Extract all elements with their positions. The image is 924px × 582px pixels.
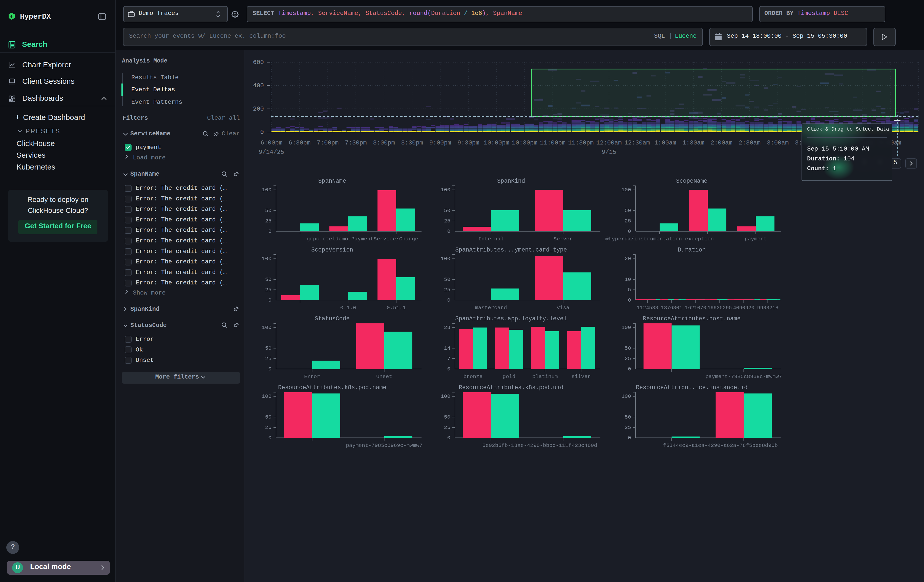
svg-text:0: 0 — [268, 297, 271, 303]
svg-text:Unset: Unset — [376, 374, 392, 379]
svg-text:Error: Error — [304, 374, 320, 379]
svg-text:100: 100 — [621, 187, 631, 193]
svg-text:2:00am: 2:00am — [710, 139, 732, 146]
svg-text:Internal: Internal — [478, 236, 504, 242]
svg-text:1:00am: 1:00am — [654, 139, 676, 146]
svg-text:Duration: Duration — [678, 247, 706, 253]
svg-text:0.1.0: 0.1.0 — [340, 305, 356, 311]
svg-text:9:30pm: 9:30pm — [457, 139, 479, 146]
svg-text:mastercard: mastercard — [475, 305, 507, 311]
svg-text:StatusCode: StatusCode — [315, 315, 350, 322]
svg-text:100: 100 — [621, 325, 631, 330]
svg-text:10: 10 — [625, 277, 631, 282]
svg-text:25: 25 — [265, 218, 271, 224]
svg-text:0: 0 — [628, 366, 631, 372]
svg-text:ScopeVersion: ScopeVersion — [311, 247, 353, 253]
svg-text:9/14/25: 9/14/25 — [259, 149, 284, 156]
svg-text:0.51.1: 0.51.1 — [387, 305, 406, 311]
svg-text:SpanName: SpanName — [318, 178, 346, 185]
svg-text:25: 25 — [444, 425, 450, 430]
svg-text:silver: silver — [572, 374, 591, 379]
svg-text:25: 25 — [625, 425, 631, 430]
svg-text:19935295: 19935295 — [708, 305, 732, 311]
svg-text:ScopeName: ScopeName — [676, 178, 708, 185]
svg-text:SpanAttributes...yment.card_ty: SpanAttributes...yment.card_type — [455, 247, 567, 253]
svg-text:12:30am: 12:30am — [624, 139, 650, 146]
svg-text:7:00pm: 7:00pm — [317, 139, 338, 146]
svg-text:7: 7 — [447, 356, 450, 362]
svg-text:14: 14 — [444, 345, 450, 351]
svg-text:50: 50 — [625, 414, 631, 420]
svg-text:11:00pm: 11:00pm — [540, 139, 566, 146]
svg-text:25: 25 — [265, 356, 271, 362]
svg-text:50: 50 — [444, 208, 450, 214]
svg-text:1376801: 1376801 — [661, 305, 682, 311]
svg-text:payment-7985c8969c-mwmw7: payment-7985c8969c-mwmw7 — [705, 374, 782, 379]
svg-text:100: 100 — [441, 256, 450, 262]
svg-text:11:30pm: 11:30pm — [568, 139, 594, 146]
svg-text:100: 100 — [262, 325, 271, 330]
svg-text:0: 0 — [447, 297, 450, 303]
svg-text:9983218: 9983218 — [757, 305, 778, 311]
svg-text:ResourceAttributes.host.name: ResourceAttributes.host.name — [643, 315, 741, 322]
svg-text:SpanKind: SpanKind — [497, 178, 525, 185]
svg-text:0: 0 — [447, 229, 450, 234]
svg-text:50: 50 — [265, 414, 271, 420]
svg-text:0: 0 — [268, 229, 271, 234]
svg-text:5: 5 — [628, 287, 631, 293]
svg-text:gold: gold — [503, 374, 515, 379]
svg-text:50: 50 — [444, 277, 450, 282]
svg-text:50: 50 — [265, 345, 271, 351]
svg-text:28: 28 — [444, 325, 450, 330]
svg-text:50: 50 — [444, 414, 450, 420]
svg-text:1:30am: 1:30am — [682, 139, 704, 146]
svg-text:25: 25 — [265, 425, 271, 430]
svg-text:platinum: platinum — [532, 374, 558, 379]
svg-text:25: 25 — [625, 356, 631, 362]
svg-text:bronze: bronze — [463, 374, 482, 379]
svg-text:visa: visa — [557, 305, 569, 311]
svg-text:0: 0 — [447, 366, 450, 372]
svg-text:7:30pm: 7:30pm — [345, 139, 366, 146]
svg-text:0: 0 — [628, 229, 631, 234]
svg-text:0: 0 — [628, 297, 631, 303]
svg-text:10:00pm: 10:00pm — [484, 139, 509, 146]
svg-text:ResourceAttributes.k8s.pod.uid: ResourceAttributes.k8s.pod.uid — [459, 384, 563, 391]
svg-text:50: 50 — [265, 277, 271, 282]
svg-text:f5344ec9-a1ea-4290-a62a-78f5be: f5344ec9-a1ea-4290-a62a-78f5bee8d90b — [663, 443, 778, 448]
svg-text:10:30pm: 10:30pm — [512, 139, 537, 146]
svg-text:12:00am: 12:00am — [596, 139, 622, 146]
svg-text:400: 400 — [253, 82, 264, 89]
svg-text:50: 50 — [625, 208, 631, 214]
svg-text:payment: payment — [745, 236, 767, 242]
svg-text:8:30pm: 8:30pm — [401, 139, 423, 146]
svg-text:25: 25 — [444, 218, 450, 224]
svg-text:0: 0 — [268, 435, 271, 441]
svg-text:payment-7985c8969c-mwmw7: payment-7985c8969c-mwmw7 — [346, 443, 422, 448]
svg-text:ResourceAttribu..ice.instance.: ResourceAttribu..ice.instance.id — [636, 384, 747, 391]
svg-text:3:00am: 3:00am — [767, 139, 789, 146]
svg-text:SpanAttributes.app.loyalty.lev: SpanAttributes.app.loyalty.level — [455, 315, 567, 322]
svg-text:6:30pm: 6:30pm — [289, 139, 310, 146]
svg-text:100: 100 — [441, 394, 450, 399]
svg-text:25: 25 — [625, 218, 631, 224]
svg-text:0: 0 — [447, 435, 450, 441]
svg-text:100: 100 — [262, 256, 271, 262]
svg-text:8:00pm: 8:00pm — [373, 139, 395, 146]
svg-text:Server: Server — [554, 236, 573, 242]
svg-text:100: 100 — [621, 394, 631, 399]
svg-text:9/15: 9/15 — [602, 149, 616, 156]
svg-text:1621070: 1621070 — [685, 305, 706, 311]
svg-text:0: 0 — [260, 129, 264, 136]
svg-text:50: 50 — [265, 208, 271, 214]
svg-text:50: 50 — [625, 345, 631, 351]
svg-text:100: 100 — [262, 394, 271, 399]
svg-text:1124538: 1124538 — [637, 305, 658, 311]
svg-text:0: 0 — [628, 435, 631, 441]
svg-text:20: 20 — [625, 256, 631, 262]
svg-text:0: 0 — [268, 366, 271, 372]
svg-text:2:30am: 2:30am — [739, 139, 761, 146]
svg-text:25: 25 — [265, 287, 271, 293]
svg-text:100: 100 — [441, 187, 450, 193]
svg-text:100: 100 — [262, 187, 271, 193]
